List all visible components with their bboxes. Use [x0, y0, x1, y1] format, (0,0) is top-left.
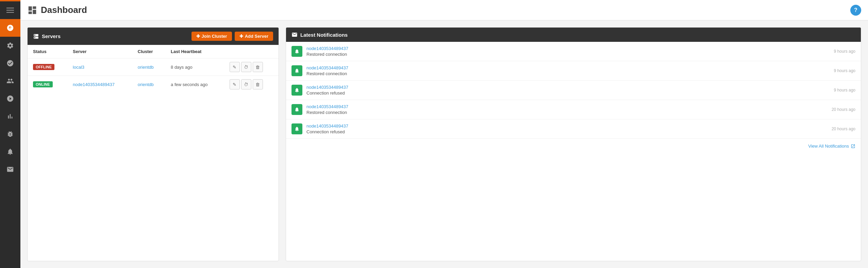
topbar: Dashboard ?: [20, 0, 868, 20]
status-badge: OFFLINE: [33, 64, 54, 70]
notification-message: Restored connection: [306, 110, 828, 115]
notification-node[interactable]: node1403534489437: [306, 104, 828, 109]
servers-icon: [33, 33, 39, 39]
sidebar-item-settings[interactable]: [0, 37, 20, 54]
bell-icon: [294, 68, 300, 73]
dashboard-icon: [27, 5, 37, 15]
notification-message: Connection refused: [306, 129, 828, 134]
join-cluster-label: Join Cluster: [202, 34, 227, 39]
add-server-button[interactable]: ✚ Add Server: [235, 32, 273, 41]
sidebar-item-menu[interactable]: [0, 1, 20, 19]
sidebar-item-mail[interactable]: [0, 161, 20, 178]
delete-button[interactable]: 🗑: [253, 62, 263, 72]
page-title: Dashboard: [27, 5, 87, 15]
status-badge: ONLINE: [33, 81, 53, 87]
svg-rect-2: [6, 12, 14, 13]
action-buttons: ✎ ⏱ 🗑: [230, 79, 273, 89]
cell-server: node1403534489437: [67, 76, 132, 93]
notification-message: Restored connection: [306, 71, 830, 76]
help-label: ?: [854, 7, 857, 13]
main-content: Dashboard ? Servers ✚ Join Cluster: [20, 0, 868, 268]
sidebar-item-notifications[interactable]: [0, 143, 20, 161]
notification-message: Connection refused: [306, 90, 830, 96]
servers-panel-title: Servers: [33, 33, 61, 39]
notification-content: node1403534489437 Restored connection: [306, 46, 830, 57]
server-link[interactable]: local3: [73, 65, 84, 70]
servers-panel-header: Servers ✚ Join Cluster ✚ Add Server: [28, 28, 279, 45]
cell-heartbeat: a few seconds ago: [165, 76, 224, 93]
cell-status: ONLINE: [28, 76, 67, 93]
servers-table-header-row: Status Server Cluster Last Heartbeat: [28, 45, 279, 58]
servers-table-body: OFFLINE local3 orientdb 8 days ago ✎ ⏱ 🗑…: [28, 58, 279, 93]
list-item: node1403534489437 Restored connection 9 …: [286, 42, 861, 61]
server-link[interactable]: node1403534489437: [73, 82, 115, 87]
plus-icon-2: ✚: [239, 34, 243, 39]
notification-time: 9 hours ago: [834, 49, 855, 54]
mail-icon: [291, 32, 298, 38]
svg-rect-1: [6, 10, 14, 11]
notification-icon: [291, 46, 302, 57]
cell-actions: ✎ ⏱ 🗑: [224, 76, 279, 93]
edit-button[interactable]: ✎: [230, 79, 240, 89]
col-cluster: Cluster: [132, 45, 165, 58]
svg-rect-0: [6, 8, 14, 9]
notifications-title-text: Latest Notifications: [300, 32, 348, 38]
sidebar-item-dashboard[interactable]: [0, 19, 20, 37]
sidebar-item-team[interactable]: [0, 72, 20, 90]
col-actions: [224, 45, 279, 58]
notification-icon: [291, 123, 302, 134]
notification-icon: [291, 85, 302, 96]
table-row: OFFLINE local3 orientdb 8 days ago ✎ ⏱ 🗑: [28, 58, 279, 76]
notification-content: node1403534489437 Restored connection: [306, 65, 830, 76]
notification-time: 9 hours ago: [834, 88, 855, 93]
notification-content: node1403534489437 Connection refused: [306, 123, 828, 134]
list-item: node1403534489437 Restored connection 9 …: [286, 61, 861, 81]
view-all-notifications-link[interactable]: View All Notifications: [808, 144, 855, 149]
view-all-row: View All Notifications: [286, 138, 861, 153]
sidebar: [0, 0, 20, 268]
content-area: Servers ✚ Join Cluster ✚ Add Server: [20, 20, 868, 268]
join-cluster-button[interactable]: ✚ Join Cluster: [191, 32, 232, 41]
cell-cluster: orientdb: [132, 58, 165, 76]
cell-actions: ✎ ⏱ 🗑: [224, 58, 279, 76]
action-buttons: ✎ ⏱ 🗑: [230, 62, 273, 72]
sidebar-item-cluster-settings[interactable]: [0, 54, 20, 72]
edit-button[interactable]: ✎: [230, 62, 240, 72]
cluster-link[interactable]: orientdb: [138, 82, 154, 87]
list-item: node1403534489437 Connection refused 20 …: [286, 119, 861, 138]
list-item: node1403534489437 Connection refused 9 h…: [286, 81, 861, 100]
notification-time: 20 hours ago: [832, 127, 855, 131]
notifications-panel: Latest Notifications node1403534489437 R…: [286, 27, 861, 261]
notification-content: node1403534489437 Connection refused: [306, 85, 830, 96]
notification-node[interactable]: node1403534489437: [306, 85, 830, 90]
notification-content: node1403534489437 Restored connection: [306, 104, 828, 115]
cell-server: local3: [67, 58, 132, 76]
bell-icon: [294, 49, 300, 54]
cell-heartbeat: 8 days ago: [165, 58, 224, 76]
external-link-icon: [851, 144, 855, 149]
notifications-panel-header: Latest Notifications: [286, 28, 861, 42]
notification-icon: [291, 104, 302, 115]
col-server: Server: [67, 45, 132, 58]
notification-time: 9 hours ago: [834, 68, 855, 73]
sidebar-item-deploy[interactable]: [0, 90, 20, 107]
view-all-label: View All Notifications: [808, 144, 849, 149]
notification-message: Restored connection: [306, 52, 830, 57]
notifications-list: node1403534489437 Restored connection 9 …: [286, 42, 861, 138]
history-button[interactable]: ⏱: [241, 79, 251, 89]
notification-node[interactable]: node1403534489437: [306, 123, 828, 129]
col-heartbeat: Last Heartbeat: [165, 45, 224, 58]
help-button[interactable]: ?: [850, 5, 861, 16]
sidebar-item-bugs[interactable]: [0, 125, 20, 143]
cluster-link[interactable]: orientdb: [138, 65, 154, 70]
sidebar-item-charts[interactable]: [0, 107, 20, 125]
servers-title-text: Servers: [42, 33, 61, 39]
servers-panel-actions: ✚ Join Cluster ✚ Add Server: [191, 32, 273, 41]
delete-button[interactable]: 🗑: [253, 79, 263, 89]
notification-icon: [291, 65, 302, 76]
servers-table-head: Status Server Cluster Last Heartbeat: [28, 45, 279, 58]
col-status: Status: [28, 45, 67, 58]
history-button[interactable]: ⏱: [241, 62, 251, 72]
notification-node[interactable]: node1403534489437: [306, 65, 830, 70]
notification-node[interactable]: node1403534489437: [306, 46, 830, 51]
